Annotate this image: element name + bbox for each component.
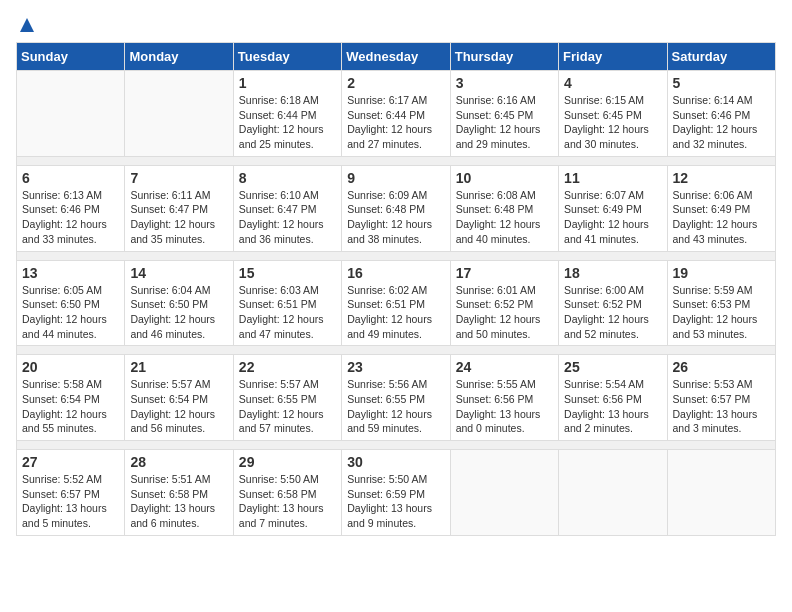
day-info: Sunrise: 5:56 AM Sunset: 6:55 PM Dayligh… (347, 377, 444, 436)
calendar-cell: 14Sunrise: 6:04 AM Sunset: 6:50 PM Dayli… (125, 260, 233, 346)
day-number: 22 (239, 359, 336, 375)
day-number: 5 (673, 75, 770, 91)
day-info: Sunrise: 5:52 AM Sunset: 6:57 PM Dayligh… (22, 472, 119, 531)
weekday-header: Monday (125, 43, 233, 71)
day-info: Sunrise: 6:00 AM Sunset: 6:52 PM Dayligh… (564, 283, 661, 342)
calendar-cell: 16Sunrise: 6:02 AM Sunset: 6:51 PM Dayli… (342, 260, 450, 346)
calendar-cell (125, 71, 233, 157)
calendar-cell: 23Sunrise: 5:56 AM Sunset: 6:55 PM Dayli… (342, 355, 450, 441)
day-info: Sunrise: 5:58 AM Sunset: 6:54 PM Dayligh… (22, 377, 119, 436)
calendar-cell: 11Sunrise: 6:07 AM Sunset: 6:49 PM Dayli… (559, 165, 667, 251)
day-info: Sunrise: 5:57 AM Sunset: 6:55 PM Dayligh… (239, 377, 336, 436)
calendar-cell: 27Sunrise: 5:52 AM Sunset: 6:57 PM Dayli… (17, 450, 125, 536)
calendar-cell: 13Sunrise: 6:05 AM Sunset: 6:50 PM Dayli… (17, 260, 125, 346)
day-number: 19 (673, 265, 770, 281)
calendar-cell: 20Sunrise: 5:58 AM Sunset: 6:54 PM Dayli… (17, 355, 125, 441)
calendar-cell: 12Sunrise: 6:06 AM Sunset: 6:49 PM Dayli… (667, 165, 775, 251)
day-number: 27 (22, 454, 119, 470)
day-number: 21 (130, 359, 227, 375)
calendar-cell: 17Sunrise: 6:01 AM Sunset: 6:52 PM Dayli… (450, 260, 558, 346)
day-info: Sunrise: 6:08 AM Sunset: 6:48 PM Dayligh… (456, 188, 553, 247)
day-info: Sunrise: 6:05 AM Sunset: 6:50 PM Dayligh… (22, 283, 119, 342)
day-info: Sunrise: 6:07 AM Sunset: 6:49 PM Dayligh… (564, 188, 661, 247)
day-info: Sunrise: 5:59 AM Sunset: 6:53 PM Dayligh… (673, 283, 770, 342)
calendar-week-row: 13Sunrise: 6:05 AM Sunset: 6:50 PM Dayli… (17, 260, 776, 346)
calendar-cell (17, 71, 125, 157)
day-info: Sunrise: 6:17 AM Sunset: 6:44 PM Dayligh… (347, 93, 444, 152)
calendar-cell: 3Sunrise: 6:16 AM Sunset: 6:45 PM Daylig… (450, 71, 558, 157)
day-info: Sunrise: 5:57 AM Sunset: 6:54 PM Dayligh… (130, 377, 227, 436)
calendar-cell: 9Sunrise: 6:09 AM Sunset: 6:48 PM Daylig… (342, 165, 450, 251)
day-number: 10 (456, 170, 553, 186)
weekday-header: Friday (559, 43, 667, 71)
day-info: Sunrise: 5:55 AM Sunset: 6:56 PM Dayligh… (456, 377, 553, 436)
day-number: 11 (564, 170, 661, 186)
day-number: 14 (130, 265, 227, 281)
weekday-header: Thursday (450, 43, 558, 71)
calendar-cell: 26Sunrise: 5:53 AM Sunset: 6:57 PM Dayli… (667, 355, 775, 441)
day-info: Sunrise: 6:14 AM Sunset: 6:46 PM Dayligh… (673, 93, 770, 152)
svg-marker-0 (20, 18, 34, 32)
calendar-cell: 5Sunrise: 6:14 AM Sunset: 6:46 PM Daylig… (667, 71, 775, 157)
day-number: 1 (239, 75, 336, 91)
day-number: 15 (239, 265, 336, 281)
calendar-cell: 30Sunrise: 5:50 AM Sunset: 6:59 PM Dayli… (342, 450, 450, 536)
day-info: Sunrise: 5:51 AM Sunset: 6:58 PM Dayligh… (130, 472, 227, 531)
calendar-cell: 15Sunrise: 6:03 AM Sunset: 6:51 PM Dayli… (233, 260, 341, 346)
day-info: Sunrise: 6:04 AM Sunset: 6:50 PM Dayligh… (130, 283, 227, 342)
day-info: Sunrise: 6:16 AM Sunset: 6:45 PM Dayligh… (456, 93, 553, 152)
calendar-cell (667, 450, 775, 536)
day-info: Sunrise: 5:50 AM Sunset: 6:59 PM Dayligh… (347, 472, 444, 531)
day-number: 30 (347, 454, 444, 470)
calendar-cell: 24Sunrise: 5:55 AM Sunset: 6:56 PM Dayli… (450, 355, 558, 441)
calendar-cell (450, 450, 558, 536)
calendar-cell: 10Sunrise: 6:08 AM Sunset: 6:48 PM Dayli… (450, 165, 558, 251)
calendar-cell: 29Sunrise: 5:50 AM Sunset: 6:58 PM Dayli… (233, 450, 341, 536)
day-number: 4 (564, 75, 661, 91)
day-info: Sunrise: 6:06 AM Sunset: 6:49 PM Dayligh… (673, 188, 770, 247)
day-number: 9 (347, 170, 444, 186)
calendar-cell: 7Sunrise: 6:11 AM Sunset: 6:47 PM Daylig… (125, 165, 233, 251)
logo-line1 (16, 16, 36, 34)
day-info: Sunrise: 6:01 AM Sunset: 6:52 PM Dayligh… (456, 283, 553, 342)
day-number: 6 (22, 170, 119, 186)
day-info: Sunrise: 5:54 AM Sunset: 6:56 PM Dayligh… (564, 377, 661, 436)
weekday-header: Saturday (667, 43, 775, 71)
day-number: 12 (673, 170, 770, 186)
page-container: SundayMondayTuesdayWednesdayThursdayFrid… (16, 16, 776, 536)
day-info: Sunrise: 6:02 AM Sunset: 6:51 PM Dayligh… (347, 283, 444, 342)
calendar-week-row: 20Sunrise: 5:58 AM Sunset: 6:54 PM Dayli… (17, 355, 776, 441)
day-number: 18 (564, 265, 661, 281)
day-number: 23 (347, 359, 444, 375)
weekday-header: Wednesday (342, 43, 450, 71)
day-info: Sunrise: 6:10 AM Sunset: 6:47 PM Dayligh… (239, 188, 336, 247)
week-separator (17, 156, 776, 165)
calendar-cell: 28Sunrise: 5:51 AM Sunset: 6:58 PM Dayli… (125, 450, 233, 536)
calendar-cell: 18Sunrise: 6:00 AM Sunset: 6:52 PM Dayli… (559, 260, 667, 346)
calendar-cell: 6Sunrise: 6:13 AM Sunset: 6:46 PM Daylig… (17, 165, 125, 251)
day-number: 7 (130, 170, 227, 186)
calendar-cell: 19Sunrise: 5:59 AM Sunset: 6:53 PM Dayli… (667, 260, 775, 346)
calendar-week-row: 27Sunrise: 5:52 AM Sunset: 6:57 PM Dayli… (17, 450, 776, 536)
calendar-cell: 8Sunrise: 6:10 AM Sunset: 6:47 PM Daylig… (233, 165, 341, 251)
day-info: Sunrise: 6:18 AM Sunset: 6:44 PM Dayligh… (239, 93, 336, 152)
weekday-header: Tuesday (233, 43, 341, 71)
day-info: Sunrise: 6:11 AM Sunset: 6:47 PM Dayligh… (130, 188, 227, 247)
day-number: 20 (22, 359, 119, 375)
day-number: 3 (456, 75, 553, 91)
logo-icon (18, 16, 36, 34)
calendar-table: SundayMondayTuesdayWednesdayThursdayFrid… (16, 42, 776, 536)
calendar-cell: 4Sunrise: 6:15 AM Sunset: 6:45 PM Daylig… (559, 71, 667, 157)
calendar-cell: 21Sunrise: 5:57 AM Sunset: 6:54 PM Dayli… (125, 355, 233, 441)
day-info: Sunrise: 6:15 AM Sunset: 6:45 PM Dayligh… (564, 93, 661, 152)
day-info: Sunrise: 5:50 AM Sunset: 6:58 PM Dayligh… (239, 472, 336, 531)
day-number: 2 (347, 75, 444, 91)
day-number: 8 (239, 170, 336, 186)
header (16, 16, 776, 30)
logo (16, 16, 36, 30)
weekday-header: Sunday (17, 43, 125, 71)
week-separator (17, 251, 776, 260)
day-number: 28 (130, 454, 227, 470)
week-separator (17, 441, 776, 450)
day-info: Sunrise: 6:09 AM Sunset: 6:48 PM Dayligh… (347, 188, 444, 247)
